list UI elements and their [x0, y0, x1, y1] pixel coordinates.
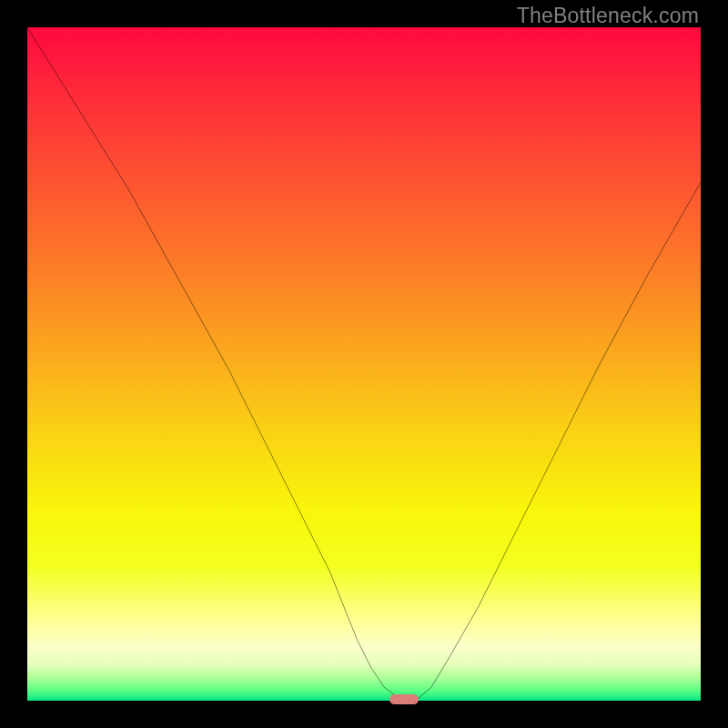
- chart-frame: TheBottleneck.com: [0, 0, 728, 728]
- curve-plot: [27, 27, 701, 701]
- curve-line: [27, 27, 701, 700]
- plot-area: [27, 27, 701, 701]
- trough-marker: [389, 694, 419, 704]
- watermark-text: TheBottleneck.com: [517, 4, 699, 28]
